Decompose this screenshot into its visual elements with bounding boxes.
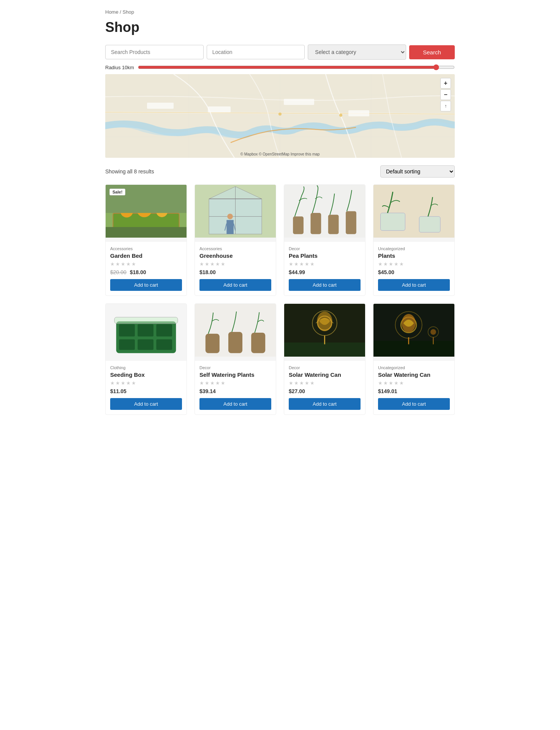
product-price: $27.00 <box>289 388 361 394</box>
add-to-cart-button[interactable]: Add to cart <box>378 398 450 410</box>
product-card: Accessories Greenhouse ★★★★★ $18.00 Add … <box>195 184 276 296</box>
product-info: Accessories Garden Bed ★★★★★ $20.00 $18.… <box>106 242 187 295</box>
svg-rect-48 <box>114 317 178 324</box>
star: ★ <box>299 380 304 386</box>
svg-rect-46 <box>138 340 153 350</box>
product-card: Decor Pea Plants ★★★★★ $44.99 Add to car… <box>284 184 365 296</box>
svg-rect-50 <box>206 334 220 353</box>
star: ★ <box>115 380 120 386</box>
star: ★ <box>110 261 115 267</box>
price-old: $20.00 <box>110 269 127 275</box>
product-category: Decor <box>199 365 271 370</box>
svg-rect-52 <box>251 333 265 353</box>
product-image-wrap <box>195 185 276 242</box>
product-stars: ★★★★★ <box>289 261 361 267</box>
add-to-cart-button[interactable]: Add to cart <box>289 279 361 291</box>
product-info: Decor Pea Plants ★★★★★ $44.99 Add to car… <box>284 242 365 295</box>
svg-rect-45 <box>119 340 135 350</box>
product-image-wrap <box>373 304 454 361</box>
product-info: Uncategorized Solar Watering Can ★★★★★ $… <box>373 361 454 414</box>
price-current: $18.00 <box>130 269 146 275</box>
product-category: Decor <box>289 246 361 251</box>
add-to-cart-button[interactable]: Add to cart <box>289 398 361 410</box>
price-current: $18.00 <box>199 269 216 275</box>
product-card: Clothing Seeding Box ★★★★★ $11.05 Add to… <box>105 303 187 415</box>
add-to-cart-button[interactable]: Add to cart <box>110 279 182 291</box>
star: ★ <box>199 380 204 386</box>
product-name: Solar Watering Can <box>289 371 361 378</box>
product-stars: ★★★★★ <box>289 380 361 386</box>
map-north[interactable]: ↑ <box>440 101 451 111</box>
svg-rect-6 <box>284 99 314 105</box>
star: ★ <box>394 380 399 386</box>
product-card: Sale! Accessories Garden Bed ★★★★★ $20.0… <box>105 184 187 296</box>
star: ★ <box>215 380 220 386</box>
svg-rect-5 <box>208 106 231 113</box>
product-name: Plants <box>378 252 450 259</box>
star: ★ <box>305 380 309 386</box>
map-zoom-in[interactable]: + <box>440 78 451 89</box>
product-card: Uncategorized Plants ★★★★★ $45.00 Add to… <box>373 184 455 296</box>
star: ★ <box>394 261 399 267</box>
star: ★ <box>221 261 225 267</box>
svg-rect-8 <box>147 103 174 109</box>
sale-badge: Sale! <box>109 189 125 195</box>
star: ★ <box>383 261 388 267</box>
product-category: Uncategorized <box>378 365 450 370</box>
star: ★ <box>121 261 125 267</box>
price-current: $45.00 <box>378 269 394 275</box>
category-select[interactable]: Select a category Accessories Clothing D… <box>308 44 406 60</box>
product-category: Uncategorized <box>378 246 450 251</box>
star: ★ <box>399 380 404 386</box>
sort-select[interactable]: Default sorting Sort by popularity Sort … <box>380 165 455 178</box>
product-info: Decor Solar Watering Can ★★★★★ $27.00 Ad… <box>284 361 365 414</box>
svg-rect-38 <box>381 213 405 230</box>
star: ★ <box>210 380 215 386</box>
product-stars: ★★★★★ <box>378 380 450 386</box>
product-image-wrap <box>195 304 276 361</box>
search-button[interactable]: Search <box>409 45 455 59</box>
product-name: Pea Plants <box>289 252 361 259</box>
breadcrumb-home[interactable]: Home <box>105 9 119 15</box>
star: ★ <box>299 261 304 267</box>
star: ★ <box>126 261 131 267</box>
map-zoom-out[interactable]: − <box>440 89 451 100</box>
product-name: Seeding Box <box>110 371 182 378</box>
star: ★ <box>289 380 293 386</box>
add-to-cart-button[interactable]: Add to cart <box>199 398 271 410</box>
product-stars: ★★★★★ <box>199 380 271 386</box>
product-image-wrap <box>373 185 454 242</box>
price-current: $11.05 <box>110 388 127 394</box>
price-current: $149.01 <box>378 388 397 394</box>
svg-rect-44 <box>156 324 172 336</box>
product-name: Garden Bed <box>110 252 182 259</box>
star: ★ <box>221 380 225 386</box>
location-input[interactable] <box>207 45 305 59</box>
star: ★ <box>126 380 131 386</box>
products-grid: Sale! Accessories Garden Bed ★★★★★ $20.0… <box>105 184 455 415</box>
radius-slider[interactable] <box>138 64 455 70</box>
product-name: Self Watering Plants <box>199 371 271 378</box>
star: ★ <box>121 380 125 386</box>
svg-rect-54 <box>284 343 365 357</box>
add-to-cart-button[interactable]: Add to cart <box>110 398 182 410</box>
product-price: $39.14 <box>199 388 271 394</box>
star: ★ <box>399 261 404 267</box>
breadcrumb: Home / Shop <box>105 9 455 15</box>
price-current: $39.14 <box>199 388 216 394</box>
add-to-cart-button[interactable]: Add to cart <box>199 279 271 291</box>
map-container: © Mapbox © OpenStreetMap Improve this ma… <box>105 74 455 158</box>
product-stars: ★★★★★ <box>378 261 450 267</box>
star: ★ <box>205 380 209 386</box>
product-price: $44.99 <box>289 269 361 275</box>
map-controls: + − ↑ <box>440 78 451 111</box>
product-info: Accessories Greenhouse ★★★★★ $18.00 Add … <box>195 242 276 295</box>
star: ★ <box>110 380 115 386</box>
svg-rect-28 <box>226 220 234 234</box>
product-card: Uncategorized Solar Watering Can ★★★★★ $… <box>373 303 455 415</box>
svg-rect-42 <box>119 324 135 336</box>
add-to-cart-button[interactable]: Add to cart <box>378 279 450 291</box>
svg-rect-36 <box>346 211 356 234</box>
radius-label: Radius 10km <box>105 65 134 70</box>
search-products-input[interactable] <box>105 45 204 59</box>
